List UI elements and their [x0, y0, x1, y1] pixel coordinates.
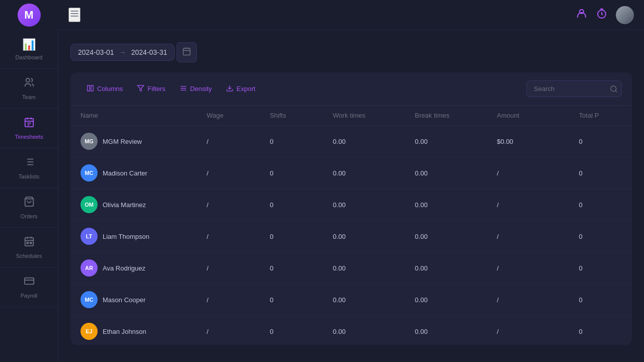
- cell-break-times: 0.00: [405, 157, 487, 189]
- sidebar-item-label: Orders: [21, 213, 38, 219]
- cell-amount: /: [487, 157, 569, 189]
- svg-marker-33: [138, 85, 144, 90]
- schedules-icon: [24, 236, 35, 250]
- employee-name: Liam Thompson: [103, 233, 149, 240]
- employee-name: Mason Cooper: [103, 296, 145, 304]
- cell-name: MC Mason Cooper: [70, 284, 197, 316]
- table-header: Name Wage Shifts Work times Break times …: [70, 106, 632, 126]
- cell-wage: /: [197, 221, 260, 252]
- avatar-sm: MC: [80, 164, 98, 182]
- svg-rect-20: [24, 278, 33, 285]
- sidebar-item-timesheets[interactable]: Timesheets: [0, 109, 58, 148]
- filters-button[interactable]: Filters: [131, 81, 171, 97]
- col-header-amount: Amount: [487, 106, 569, 126]
- svg-point-0: [26, 78, 29, 82]
- sidebar-item-dashboard[interactable]: 📊 Dashboard: [0, 30, 58, 69]
- arrow-icon: →: [119, 48, 126, 56]
- employee-name: Ethan Johnson: [103, 328, 146, 335]
- cell-work-times: 0.00: [323, 252, 405, 284]
- user-icon[interactable]: [576, 8, 588, 23]
- svg-rect-14: [25, 238, 33, 246]
- cell-shifts: 0: [260, 157, 323, 189]
- sidebar-item-tasklists[interactable]: Tasklists: [0, 148, 58, 188]
- table-wrapper: Name Wage Shifts Work times Break times …: [70, 106, 632, 345]
- avatar-sm: LT: [80, 228, 98, 245]
- search-container: [526, 80, 622, 97]
- cell-break-times: 0.00: [405, 126, 487, 157]
- avatar-sm: AR: [80, 259, 98, 277]
- sidebar-item-label: Tasklists: [19, 173, 40, 179]
- table-row[interactable]: MC Madison Carter / 0 0.00 0.00 / 0: [70, 157, 632, 189]
- menu-button[interactable]: [68, 8, 80, 22]
- cell-wage: /: [197, 316, 260, 345]
- columns-icon: [87, 84, 94, 94]
- cell-total-p: 0: [569, 316, 632, 345]
- app-logo[interactable]: M: [18, 4, 41, 27]
- cell-shifts: 0: [260, 316, 323, 345]
- search-input[interactable]: [526, 80, 622, 97]
- export-button[interactable]: Export: [220, 81, 262, 97]
- svg-rect-18: [27, 242, 28, 244]
- content-area: 2024-03-01 → 2024-03-31: [58, 30, 644, 362]
- employee-name: Madison Carter: [103, 169, 147, 177]
- avatar[interactable]: [616, 6, 634, 24]
- avatar-sm: MG: [80, 133, 98, 150]
- sidebar-item-payroll[interactable]: Payroll: [0, 267, 58, 307]
- sidebar-item-label: Timesheets: [15, 134, 43, 140]
- col-header-shifts: Shifts: [260, 106, 323, 126]
- table-row[interactable]: MG MGM Review / 0 0.00 0.00 $0.00 0: [70, 126, 632, 157]
- topbar-left: [68, 8, 80, 22]
- cell-total-p: 0: [569, 157, 632, 189]
- date-range-pill[interactable]: 2024-03-01 → 2024-03-31: [70, 44, 175, 61]
- cell-wage: /: [197, 126, 260, 157]
- cell-name: MC Madison Carter: [70, 157, 197, 189]
- table-card: Columns Filters De: [70, 72, 632, 345]
- sidebar: M 📊 Dashboard Team Timesheets: [0, 0, 58, 362]
- date-to: 2024-03-31: [131, 48, 168, 56]
- employee-name: MGM Review: [103, 138, 142, 145]
- cell-wage: /: [197, 284, 260, 316]
- cell-break-times: 0.00: [405, 189, 487, 221]
- cell-name: OM Olivia Martinez: [70, 189, 197, 221]
- cell-work-times: 0.00: [323, 284, 405, 316]
- cell-name: EJ Ethan Johnson: [70, 316, 197, 345]
- columns-button[interactable]: Columns: [80, 81, 129, 97]
- cell-wage: /: [197, 157, 260, 189]
- cell-work-times: 0.00: [323, 316, 405, 345]
- density-button[interactable]: Density: [174, 81, 218, 97]
- cell-break-times: 0.00: [405, 316, 487, 345]
- export-label: Export: [236, 85, 256, 93]
- svg-rect-19: [30, 242, 31, 244]
- cell-work-times: 0.00: [323, 189, 405, 221]
- table-row[interactable]: MC Mason Cooper / 0 0.00 0.00 / 0: [70, 284, 632, 316]
- col-header-name: Name: [70, 106, 197, 126]
- dashboard-icon: 📊: [22, 38, 36, 51]
- table-row[interactable]: LT Liam Thompson / 0 0.00 0.00 / 0: [70, 221, 632, 252]
- timer-icon[interactable]: [596, 8, 608, 23]
- col-header-wage: Wage: [197, 106, 260, 126]
- sidebar-item-orders[interactable]: Orders: [0, 188, 58, 228]
- sidebar-item-team[interactable]: Team: [0, 69, 58, 109]
- cell-name: AR Ava Rodriguez: [70, 252, 197, 284]
- date-from: 2024-03-01: [78, 48, 114, 56]
- cell-amount: /: [487, 221, 569, 252]
- cell-break-times: 0.00: [405, 221, 487, 252]
- employee-name: Olivia Martinez: [103, 201, 146, 209]
- svg-rect-31: [88, 85, 90, 90]
- table-row[interactable]: EJ Ethan Johnson / 0 0.00 0.00 / 0: [70, 316, 632, 345]
- date-range-row: 2024-03-01 → 2024-03-31: [70, 42, 632, 62]
- orders-icon: [24, 196, 35, 210]
- filters-label: Filters: [147, 85, 165, 93]
- table-row[interactable]: AR Ava Rodriguez / 0 0.00 0.00 / 0: [70, 252, 632, 284]
- cell-wage: /: [197, 252, 260, 284]
- calendar-button[interactable]: [177, 42, 197, 62]
- cell-shifts: 0: [260, 284, 323, 316]
- avatar-sm: MC: [80, 291, 98, 308]
- search-button[interactable]: [610, 85, 618, 93]
- payroll-icon: [24, 276, 35, 290]
- sidebar-item-schedules[interactable]: Schedules: [0, 228, 58, 267]
- cell-break-times: 0.00: [405, 284, 487, 316]
- cell-break-times: 0.00: [405, 252, 487, 284]
- timesheets-icon: [24, 117, 35, 131]
- table-row[interactable]: OM Olivia Martinez / 0 0.00 0.00 / 0: [70, 189, 632, 221]
